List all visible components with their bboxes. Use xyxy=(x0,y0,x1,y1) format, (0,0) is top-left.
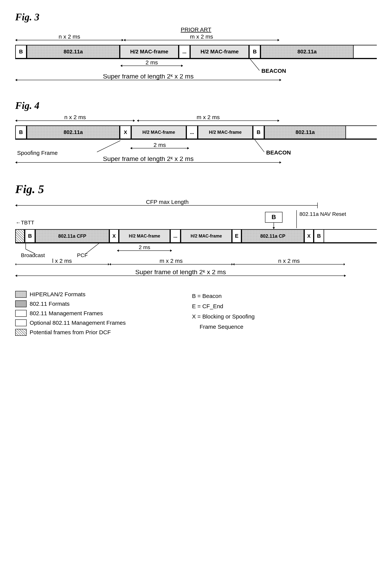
fig5-dim-arrows: l x 2 ms m x 2 ms n x 2 ms xyxy=(15,259,376,270)
svg-marker-35 xyxy=(15,161,17,164)
svg-text:B: B xyxy=(272,214,276,220)
legend: HIPERLAN/2 Formats 802.11 Formats 802.11… xyxy=(15,291,358,336)
fig3-superframe-arrow: Super frame of length 2k x 2 ms xyxy=(15,74,369,85)
svg-marker-10 xyxy=(181,65,183,67)
svg-marker-56 xyxy=(170,249,172,252)
svg-marker-71 xyxy=(15,275,17,277)
fig5-cfp-arrow: CFP max Length xyxy=(15,200,376,210)
fig5-nav-reset: 802.11a NAV Reset B ←TBTT xyxy=(15,210,376,229)
svg-marker-19 xyxy=(15,119,17,122)
fig3-top-arrows: n x 2 ms m x 2 ms xyxy=(15,34,369,45)
svg-text:2 ms: 2 ms xyxy=(154,142,166,148)
fig5-cell-80211a-cp: 802.11a CP xyxy=(242,230,304,242)
svg-text:m x 2 ms: m x 2 ms xyxy=(160,259,183,264)
svg-line-26 xyxy=(97,141,120,152)
svg-marker-60 xyxy=(108,263,109,265)
svg-marker-36 xyxy=(280,161,281,164)
svg-marker-44 xyxy=(272,227,275,229)
fig4-cell-80211a: 802.11a xyxy=(26,126,120,138)
fig4-cell-b2: B xyxy=(253,126,264,138)
svg-marker-23 xyxy=(137,119,139,122)
svg-marker-30 xyxy=(187,147,189,149)
svg-text:Super frame of length 2k x 2 m: Super frame of length 2k x 2 ms xyxy=(103,157,194,162)
legend-label-mgmt: 802.11 Management Frames xyxy=(30,310,103,317)
svg-marker-16 xyxy=(280,79,281,81)
legend-80211: 802.11 Formats xyxy=(15,300,180,307)
svg-marker-39 xyxy=(15,204,17,207)
legend-swatch-potential xyxy=(15,329,26,336)
fig5-title: Fig. 5 xyxy=(15,182,377,196)
svg-marker-1 xyxy=(15,39,17,41)
legend-b-label: B = Beacon xyxy=(192,291,358,301)
fig5-cell-x2: X xyxy=(304,230,314,242)
svg-text:n x 2 ms: n x 2 ms xyxy=(58,34,80,40)
fig5-diagram: Fig. 5 CFP max Length 802.11a NAV Reset … xyxy=(15,182,377,336)
legend-swatch-hiperlan xyxy=(15,291,26,298)
svg-marker-20 xyxy=(133,119,135,122)
svg-marker-55 xyxy=(117,249,119,252)
svg-marker-6 xyxy=(278,39,280,41)
fig5-cell-x1: X xyxy=(109,230,119,242)
legend-swatch-80211 xyxy=(15,300,26,307)
svg-marker-67 xyxy=(233,263,234,265)
svg-marker-9 xyxy=(120,65,122,67)
fig5-cell-b1: B xyxy=(25,230,35,242)
svg-text:m x 2 ms: m x 2 ms xyxy=(196,115,220,120)
svg-text:n x 2 ms: n x 2 ms xyxy=(64,115,86,120)
svg-line-32 xyxy=(255,140,264,152)
fig4-cell-x1: X xyxy=(120,126,131,138)
svg-marker-59 xyxy=(15,263,16,265)
fig4-diagram: Fig. 4 n x 2 ms m x 2 ms B 802.11a X H/2… xyxy=(15,100,377,167)
svg-text:BEACON: BEACON xyxy=(262,68,286,74)
fig5-cell-h2mac-2: H/2 MAC-frame xyxy=(180,230,232,242)
fig4-superframe-arrow: Super frame of length 2k x 2 ms xyxy=(15,157,369,167)
fig5-superframe-arrow: Super frame of length 2k x 2 ms xyxy=(15,270,376,281)
legend-hiperlan: HIPERLAN/2 Formats xyxy=(15,291,180,298)
fig3-cell-b2: B xyxy=(249,45,260,58)
fig4-top-arrows: n x 2 ms m x 2 ms xyxy=(15,115,369,125)
svg-text:←TBTT: ←TBTT xyxy=(16,220,34,226)
fig5-cell-hatched xyxy=(15,230,25,242)
legend-x-seq: Frame Sequence xyxy=(192,322,358,332)
legend-label-80211: 802.11 Formats xyxy=(30,301,70,307)
svg-marker-5 xyxy=(124,39,126,41)
fig3-cell-h2mac-1: H/2 MAC-frame xyxy=(120,45,179,58)
legend-x-label: X = Blocking or Spoofing xyxy=(192,311,358,322)
fig3-title: Fig. 3 xyxy=(15,11,377,22)
fig5-cell-h2mac-1: H/2 MAC-frame xyxy=(119,230,170,242)
fig5-cell-b2: B xyxy=(314,230,324,242)
legend-opt-mgmt: Optional 802.11 Management Frames xyxy=(15,319,180,326)
svg-text:Super frame of length 2k x 2 m: Super frame of length 2k x 2 ms xyxy=(103,74,194,80)
svg-marker-63 xyxy=(109,263,111,265)
svg-marker-24 xyxy=(278,119,280,122)
fig5-cell-e: E xyxy=(232,230,242,242)
svg-text:PCF: PCF xyxy=(77,252,88,258)
fig3-frame-row: B 802.11a H/2 MAC-frame ... H/2 MAC-fram… xyxy=(15,45,377,58)
svg-text:BEACON: BEACON xyxy=(266,149,291,156)
svg-marker-2 xyxy=(122,39,124,41)
fig4-title: Fig. 4 xyxy=(15,100,377,111)
svg-text:Broadcast: Broadcast xyxy=(21,252,45,258)
svg-line-12 xyxy=(250,59,260,70)
fig3-cell-80211a-2: 802.11a xyxy=(260,45,354,58)
legend-swatch-opt-mgmt xyxy=(15,319,26,326)
fig5-below-labels: Broadcast PCF 2 ms xyxy=(15,243,376,259)
svg-text:2 ms: 2 ms xyxy=(139,244,150,250)
fig4-cell-dots: ... xyxy=(186,126,198,138)
svg-marker-15 xyxy=(15,79,17,81)
svg-text:2 ms: 2 ms xyxy=(146,59,158,65)
svg-text:n x 2 ms: n x 2 ms xyxy=(278,259,300,264)
fig3-cell-80211a-1: 802.11a xyxy=(26,45,120,58)
legend-swatch-mgmt xyxy=(15,310,26,317)
svg-text:Super frame of length 2k x 2 m: Super frame of length 2k x 2 ms xyxy=(135,270,226,276)
svg-text:Spoofing Frame: Spoofing Frame xyxy=(17,150,58,156)
svg-text:l x 2 ms: l x 2 ms xyxy=(52,259,72,264)
fig4-frame-row: B 802.11a X H/2 MAC-frame ... H/2 MAC-fr… xyxy=(15,125,377,139)
svg-text:m x 2 ms: m x 2 ms xyxy=(190,34,213,40)
legend-e-label: E = CF_End xyxy=(192,301,358,311)
svg-marker-68 xyxy=(344,263,345,265)
svg-marker-72 xyxy=(344,275,346,277)
fig3-diagram: Fig. 3 PRIOR ART n x 2 ms m x 2 ms B 802… xyxy=(15,11,377,85)
fig3-cell-h2mac-2: H/2 MAC-frame xyxy=(190,45,249,58)
fig3-cell-dots: ... xyxy=(179,45,190,58)
